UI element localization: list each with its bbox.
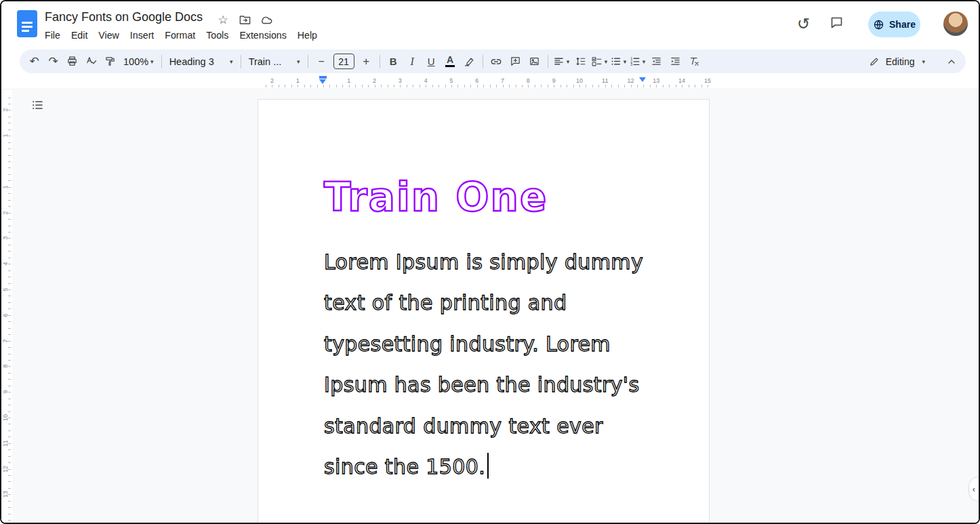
indent-marker-right[interactable]: [639, 77, 646, 82]
share-visibility-icon: [873, 19, 884, 31]
ruler-tick: [8, 443, 11, 444]
menu-extensions[interactable]: Extensions: [234, 27, 291, 43]
ruler-tick: [8, 437, 11, 437]
ruler-tick: [708, 85, 708, 87]
ruler-tick: [560, 85, 561, 87]
version-history-icon[interactable]: ↺: [797, 14, 810, 34]
ruler-number: 3: [399, 77, 402, 84]
italic-button[interactable]: I: [403, 52, 422, 70]
print-button[interactable]: [63, 52, 81, 70]
comments-icon[interactable]: [830, 16, 844, 33]
menu-tools[interactable]: Tools: [201, 27, 234, 43]
menu-edit[interactable]: Edit: [66, 27, 93, 43]
ruler-tick: [528, 85, 529, 87]
hide-menus-button[interactable]: [942, 52, 960, 70]
menu-view[interactable]: View: [93, 27, 125, 43]
increase-indent-button[interactable]: [666, 52, 685, 70]
ruler-tick: [279, 85, 279, 87]
ruler-tick: [682, 85, 682, 87]
ruler-tick: [323, 85, 324, 87]
line-spacing-button[interactable]: [571, 52, 590, 70]
menu-format[interactable]: Format: [159, 27, 201, 43]
ruler-tick: [516, 85, 516, 87]
font-size-input[interactable]: 21: [333, 54, 354, 69]
divider: [548, 55, 548, 68]
pencil-icon: [869, 56, 880, 67]
indent-marker-left[interactable]: [319, 76, 327, 84]
ruler-tick: [426, 85, 426, 87]
menu-insert[interactable]: Insert: [125, 27, 159, 43]
minus-icon: −: [318, 56, 324, 68]
document-body[interactable]: Lorem Ipsum is simply dummy text of the …: [324, 242, 643, 487]
ruler-tick: [8, 251, 11, 251]
document-heading[interactable]: Train One: [324, 177, 643, 218]
document-outline-icon: [30, 98, 44, 112]
add-comment-icon: [510, 56, 521, 67]
decrease-indent-button[interactable]: [647, 52, 666, 70]
add-comment-button[interactable]: [506, 52, 525, 70]
bulleted-list-button[interactable]: ▾: [609, 52, 628, 70]
ruler-tick: [637, 85, 638, 87]
ruler-tick: [432, 85, 433, 87]
ruler-tick: [8, 98, 11, 98]
ruler-tick: [605, 85, 606, 87]
ruler-number: 2: [373, 77, 376, 84]
paint-format-button[interactable]: [101, 52, 119, 70]
insert-image-button[interactable]: [525, 52, 544, 70]
redo-button[interactable]: ↷: [44, 52, 62, 70]
ruler-tick: [362, 85, 363, 87]
underline-button[interactable]: U: [422, 52, 441, 70]
increase-font-size-button[interactable]: +: [357, 52, 375, 70]
document-page[interactable]: Train One Lorem Ipsum is simply dummy te…: [258, 99, 710, 523]
editing-mode-select[interactable]: Editing ▾: [862, 52, 932, 71]
cloud-save-status-icon[interactable]: [259, 12, 274, 27]
ruler-tick: [8, 180, 11, 181]
ruler-tick: [375, 85, 375, 87]
clear-formatting-button[interactable]: [685, 52, 703, 70]
document-outline-button[interactable]: [28, 96, 46, 114]
star-icon[interactable]: ☆: [216, 12, 230, 27]
font-select[interactable]: Train ... ▾: [245, 52, 304, 70]
user-avatar[interactable]: [943, 12, 968, 36]
checklist-button[interactable]: ▾: [590, 52, 609, 70]
text-color-button[interactable]: A: [441, 52, 460, 70]
share-button[interactable]: Share: [868, 12, 920, 37]
styles-select[interactable]: Heading 3 ▾: [166, 52, 237, 70]
ruler-tick: [8, 148, 11, 149]
ruler-tick: [695, 85, 695, 87]
ruler-tick: [355, 85, 356, 87]
move-folder-icon[interactable]: [237, 12, 252, 27]
ruler-tick: [669, 85, 670, 87]
bold-button[interactable]: B: [384, 52, 403, 70]
dropdown-arrow-icon: ▾: [297, 58, 300, 65]
insert-link-button[interactable]: [487, 52, 506, 70]
ruler-tick: [336, 85, 337, 87]
ruler-number: 5: [449, 77, 453, 84]
app-window: Fancy Fonts on Google Docs ☆ File Edit V…: [0, 0, 980, 524]
menu-file[interactable]: File: [39, 27, 66, 43]
align-button[interactable]: ▾: [552, 52, 571, 70]
ruler-number: 1: [347, 77, 350, 84]
plus-icon: +: [363, 55, 369, 68]
line-spacing-icon: [575, 56, 586, 67]
ruler-tick: [663, 85, 663, 87]
vertical-ruler[interactable]: 2112345678910111213: [1, 90, 12, 523]
right-indent-icon: [639, 77, 646, 82]
numbered-list-button[interactable]: 123 ▾: [628, 52, 647, 70]
body-line: typesetting industry. Lorem: [324, 324, 643, 365]
undo-button[interactable]: ↶: [25, 52, 43, 70]
ruler-tick: [8, 129, 11, 130]
docs-logo[interactable]: [17, 10, 37, 37]
decrease-font-size-button[interactable]: −: [312, 52, 331, 70]
spelling-check-button[interactable]: [82, 52, 100, 70]
ruler-tick: [8, 481, 11, 482]
decrease-indent-icon: [651, 56, 662, 67]
side-panel-toggle[interactable]: ‹: [968, 477, 979, 502]
ruler-tick: [8, 360, 11, 361]
menu-help[interactable]: Help: [292, 27, 323, 43]
highlight-color-button[interactable]: [460, 52, 478, 70]
zoom-select[interactable]: 100% ▾: [120, 52, 157, 70]
style-value: Heading 3: [169, 56, 214, 67]
horizontal-ruler[interactable]: 21123456789101112131415: [1, 76, 979, 89]
document-title[interactable]: Fancy Fonts on Google Docs: [45, 10, 203, 24]
